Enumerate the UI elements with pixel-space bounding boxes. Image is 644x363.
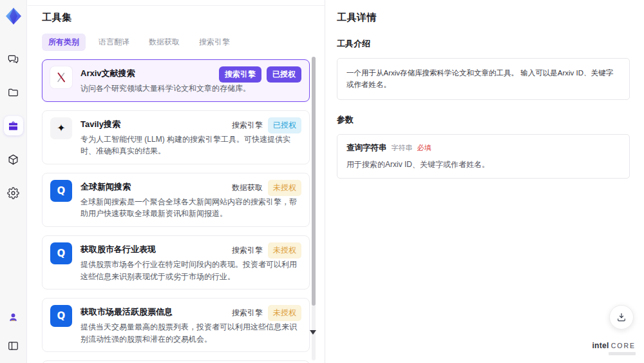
- rail-nav: [4, 49, 23, 202]
- params-heading: 参数: [337, 114, 630, 126]
- tool-description: 提供股票市场各个行业在特定时间段内的表现。投资者可以利用这些信息来识别表现优于或…: [80, 259, 300, 282]
- chat-icon[interactable]: [4, 49, 23, 68]
- tool-description: 提供当天交易量最高的股票列表，投资者可以利用这些信息来识别流动性强的股票和潜在的…: [80, 321, 300, 345]
- scroll-down-indicator: [310, 330, 316, 335]
- category-tabs: 所有类别 语言翻译 数据获取 搜索引擎: [42, 34, 325, 51]
- settings-gear-icon[interactable]: [4, 183, 23, 202]
- download-button[interactable]: [609, 305, 634, 329]
- scrollbar-thumb[interactable]: [312, 57, 316, 306]
- intro-heading: 工具介绍: [337, 38, 630, 50]
- tab-search-engine[interactable]: 搜索引擎: [193, 34, 236, 51]
- param-description: 用于搜索的Arxiv ID、关键字或作者姓名。: [346, 159, 620, 170]
- detail-title: 工具详情: [337, 12, 630, 24]
- left-rail: [0, 0, 27, 363]
- intro-text-box: 一个用于从Arxiv存储库搜索科学论文和文章的工具。 输入可以是Arxiv ID…: [337, 58, 630, 100]
- category-badge: 搜索引擎: [232, 305, 263, 321]
- stock-search-icon: Q: [50, 242, 72, 264]
- list-scrollbar[interactable]: [312, 57, 316, 360]
- category-badge: 搜索引擎: [232, 117, 263, 133]
- tavily-sparkle-icon: ✦: [50, 117, 72, 139]
- tool-description: 访问各个研究领域大量科学论文和文章的存储库。: [80, 83, 251, 95]
- page-title: 工具集: [42, 12, 325, 24]
- auth-badge: 已授权: [268, 117, 301, 133]
- tool-card-regional-news[interactable]: 万维地区新闻查询 查询具体行政区划内的新闻，快速了解各地新闻动态 搜索引擎 未授…: [42, 360, 310, 363]
- auth-badge: 未授权: [268, 305, 301, 321]
- arxiv-icon: [50, 66, 72, 88]
- category-badge: 搜索引擎: [232, 242, 263, 259]
- tool-card-sector-performance[interactable]: Q 获取股市各行业表现 提供股票市场各个行业在特定时间段内的表现。投资者可以利用…: [42, 235, 310, 289]
- param-name: 查询字符串: [346, 142, 387, 153]
- tool-description: 全球新闻搜索是一个聚合全球各大新闻网站内容的搜索引擎，帮助用户快速获取全球最新资…: [80, 196, 300, 220]
- tool-card-tavily[interactable]: ✦ Tavily搜索 专为人工智能代理 (LLM) 构建的搜索引擎工具。可快速提…: [42, 110, 310, 164]
- news-search-icon: Q: [50, 180, 72, 202]
- package-icon[interactable]: [4, 150, 23, 169]
- stock-search-icon: Q: [50, 305, 72, 327]
- folder-icon[interactable]: [4, 83, 23, 102]
- intel-core-logo: intel core: [592, 342, 636, 355]
- auth-badge: 未授权: [268, 242, 301, 259]
- param-type: 字符串: [392, 143, 413, 153]
- tool-list-panel: 工具集 所有类别 语言翻译 数据获取 搜索引擎 Arxiv文献搜索 访问各个研究…: [28, 0, 325, 363]
- tool-card-active-stocks[interactable]: Q 获取市场最活跃股票信息 提供当天交易量最高的股票列表，投资者可以利用这些信息…: [42, 298, 310, 352]
- collapse-panel-icon[interactable]: [4, 336, 23, 355]
- tool-detail-panel: 工具详情 工具介绍 一个用于从Arxiv存储库搜索科学论文和文章的工具。 输入可…: [325, 0, 644, 363]
- user-avatar-icon[interactable]: [4, 308, 23, 327]
- download-icon: [616, 311, 627, 323]
- tool-card-list: Arxiv文献搜索 访问各个研究领域大量科学论文和文章的存储库。 搜索引擎 已授…: [42, 59, 310, 363]
- tool-description: 专为人工智能代理 (LLM) 构建的搜索引擎工具。可快速提供实时、准确和真实的结…: [80, 133, 300, 157]
- core-wordmark: core: [611, 342, 636, 349]
- tool-card-arxiv[interactable]: Arxiv文献搜索 访问各个研究领域大量科学论文和文章的存储库。 搜索引擎 已授…: [42, 59, 310, 102]
- category-badge: 搜索引擎: [219, 66, 261, 83]
- param-required-flag: 必填: [417, 143, 431, 153]
- param-item: 查询字符串 字符串 必填 用于搜索的Arxiv ID、关键字或作者姓名。: [337, 134, 630, 179]
- auth-badge: 未授权: [268, 180, 301, 196]
- category-badge: 数据获取: [232, 180, 263, 196]
- tool-card-global-news[interactable]: Q 全球新闻搜索 全球新闻搜索是一个聚合全球各大新闻网站内容的搜索引擎，帮助用户…: [42, 173, 310, 227]
- app-window: 工具集 所有类别 语言翻译 数据获取 搜索引擎 Arxiv文献搜索 访问各个研究…: [0, 0, 644, 363]
- toolbox-icon[interactable]: [4, 116, 23, 135]
- tab-language-translation[interactable]: 语言翻译: [92, 34, 136, 51]
- intel-wordmark: intel: [592, 342, 609, 349]
- rail-bottom: [4, 308, 23, 355]
- tab-all-categories[interactable]: 所有类别: [42, 34, 86, 51]
- logo-sub-mark: [609, 352, 636, 355]
- app-logo-icon[interactable]: [4, 6, 23, 26]
- auth-badge: 已授权: [267, 66, 301, 83]
- tab-data-acquisition[interactable]: 数据获取: [142, 34, 186, 51]
